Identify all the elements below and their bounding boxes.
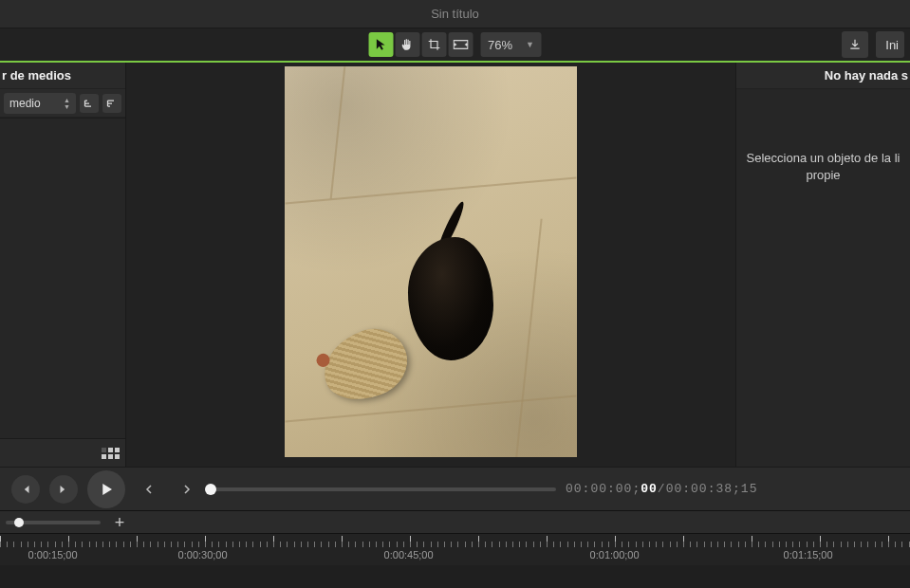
sort-descending-button[interactable]	[102, 94, 121, 113]
preview-canvas[interactable]	[285, 66, 577, 457]
chevron-down-icon: ▼	[526, 40, 534, 49]
download-button[interactable]	[842, 31, 868, 58]
step-forward-icon	[57, 483, 70, 496]
timecode-total: /00:00:38;15	[658, 482, 758, 496]
main-toolbar: 76% ▼ Ini	[0, 28, 910, 63]
cat-subject	[408, 237, 493, 360]
timeline-zoom-slider[interactable]	[6, 521, 101, 524]
timeline-ruler[interactable]: 0:00:15;000:00:30;000:00:45;000:01:00;00…	[0, 533, 910, 565]
properties-panel: No hay nada s Selecciona un objeto de la…	[735, 63, 910, 467]
stepper-icon: ▲▼	[64, 97, 70, 110]
chevron-left-icon	[143, 484, 155, 495]
ruler-label: 0:00:45;00	[384, 549, 434, 560]
properties-empty-line1: Selecciona un objeto de la li	[740, 150, 906, 167]
crop-icon	[427, 38, 440, 51]
start-button-label: Ini	[885, 38, 899, 52]
media-bin-panel: r de medios medio ▲▼	[0, 63, 126, 467]
pan-tool-button[interactable]	[395, 32, 419, 57]
next-marker-button[interactable]	[173, 475, 201, 504]
properties-empty-line2: propie	[740, 167, 906, 184]
seek-thumb[interactable]	[205, 484, 216, 495]
ruler-label: 0:00:15;00	[28, 549, 78, 560]
properties-body: Selecciona un objeto de la li propie	[736, 89, 910, 467]
download-icon	[848, 38, 862, 51]
timeline-controls: +	[0, 510, 910, 533]
step-back-icon	[19, 483, 32, 496]
media-bin-header: r de medios	[0, 63, 125, 89]
window-title: Sin título	[431, 7, 479, 21]
view-grid-button[interactable]	[102, 448, 120, 459]
media-filter-select[interactable]: medio ▲▼	[4, 93, 76, 114]
main-area: r de medios medio ▲▼	[0, 63, 910, 467]
toy-subject	[314, 320, 418, 412]
crop-tool-button[interactable]	[421, 32, 446, 57]
window-titlebar: Sin título	[0, 0, 910, 28]
timecode-current-prefix: 00:00:00;	[566, 482, 641, 496]
chevron-right-icon	[181, 484, 193, 495]
hand-icon	[400, 38, 414, 51]
ruler-label: 0:01:15;00	[784, 549, 833, 560]
timecode-display: 00:00:00;00/00:00:38;15	[566, 482, 757, 496]
ruler-label: 0:00:30;00	[178, 549, 228, 560]
fit-icon	[453, 38, 468, 51]
cursor-icon	[374, 38, 387, 51]
toolbar-center-group: 76% ▼	[368, 32, 542, 57]
timeline-tracks[interactable]	[0, 565, 910, 588]
sort-desc-icon	[106, 98, 118, 109]
play-icon	[98, 481, 115, 498]
ruler-label: 0:01:00;00	[590, 549, 640, 560]
media-filter-row: medio ▲▼	[0, 89, 125, 118]
sort-ascending-button[interactable]	[80, 94, 99, 113]
timecode-current-frame: 00	[641, 482, 658, 496]
ruler-ticks	[0, 536, 910, 547]
seek-slider[interactable]	[211, 487, 556, 491]
add-track-button[interactable]: +	[110, 514, 129, 531]
playback-bar: 00:00:00;00/00:00:38;15	[0, 467, 910, 510]
select-tool-button[interactable]	[368, 32, 393, 57]
media-bin-body[interactable]	[0, 118, 125, 438]
start-button[interactable]: Ini	[876, 31, 904, 58]
fit-tool-button[interactable]	[448, 32, 473, 57]
canvas-content	[285, 66, 577, 457]
zoom-level-value: 76%	[488, 38, 512, 52]
zoom-level-dropdown[interactable]: 76% ▼	[480, 32, 542, 57]
properties-header: No hay nada s	[736, 63, 910, 89]
canvas-area	[126, 63, 735, 467]
media-filter-value: medio	[9, 97, 41, 110]
plus-icon: +	[115, 513, 125, 532]
sort-asc-icon	[84, 98, 95, 109]
prev-frame-button[interactable]	[11, 475, 40, 504]
zoom-thumb[interactable]	[14, 518, 24, 527]
play-button[interactable]	[87, 470, 125, 508]
prev-marker-button[interactable]	[135, 475, 163, 504]
media-bin-footer	[0, 438, 125, 467]
next-frame-button[interactable]	[49, 475, 78, 504]
